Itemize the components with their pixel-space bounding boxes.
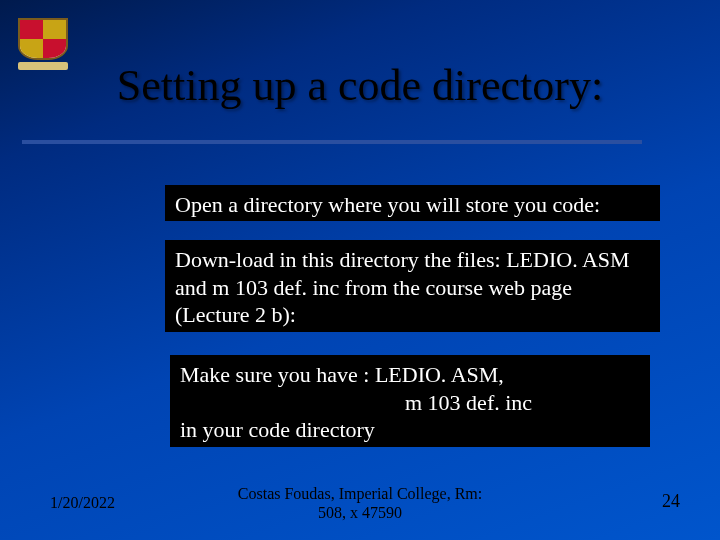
instruction-box-3: Make sure you have : LEDIO. ASM, m 103 d… xyxy=(170,355,650,447)
instruction-text-1: Open a directory where you will store yo… xyxy=(175,192,600,217)
title-underline xyxy=(22,140,642,144)
instruction-text-3c: in your code directory xyxy=(180,417,375,442)
instruction-text-3a: Make sure you have : LEDIO. ASM, xyxy=(180,362,504,387)
instruction-box-1: Open a directory where you will store yo… xyxy=(165,185,660,221)
footer-author-line2: 508, x 47590 xyxy=(0,504,720,522)
slide: Setting up a code directory: Open a dire… xyxy=(0,0,720,540)
instruction-box-2: Down-load in this directory the files: L… xyxy=(165,240,660,332)
slide-title: Setting up a code directory: xyxy=(0,60,720,111)
footer-author: Costas Foudas, Imperial College, Rm: 508… xyxy=(0,485,720,522)
footer-page-number: 24 xyxy=(662,491,680,512)
instruction-text-3b: m 103 def. inc xyxy=(180,389,640,417)
footer-author-line1: Costas Foudas, Imperial College, Rm: xyxy=(0,485,720,503)
instruction-text-2: Down-load in this directory the files: L… xyxy=(175,247,630,327)
